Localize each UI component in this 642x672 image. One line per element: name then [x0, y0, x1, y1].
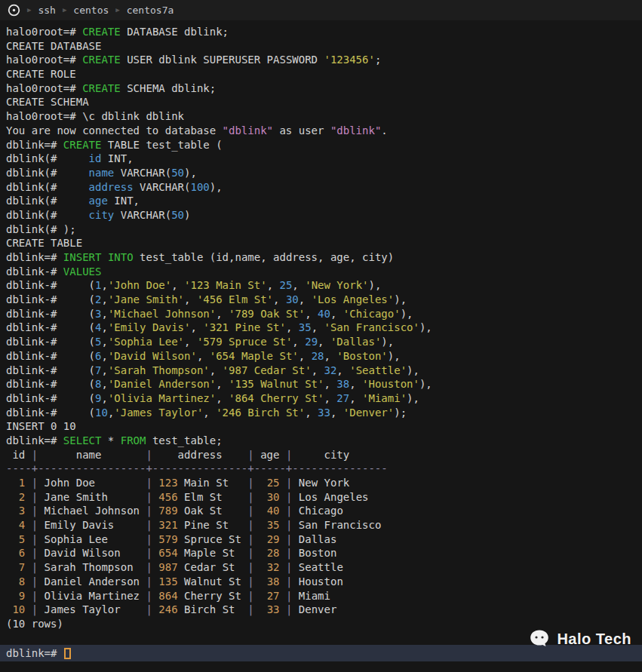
terminal-text-segment: 100: [190, 181, 209, 193]
terminal-text-segment: ,: [171, 279, 184, 291]
terminal-text-segment: |: [32, 505, 38, 517]
terminal-text-segment: |: [32, 590, 38, 602]
terminal-text-segment: '579 Spruce St': [197, 336, 292, 348]
terminal-text-segment: SCHEMA dblink;: [121, 82, 216, 94]
terminal-text-segment: id: [6, 449, 32, 461]
terminal-text-segment: dblink-# (: [6, 407, 95, 419]
terminal-text-segment: 33: [318, 407, 330, 419]
terminal-text-segment: 246: [158, 603, 177, 615]
terminal-text-segment: (10 rows): [6, 618, 63, 630]
terminal-line: halo0root=# CREATE SCHEMA dblink;: [6, 81, 642, 96]
terminal-line: CREATE ROLE: [6, 67, 642, 81]
session-breadcrumb-centos[interactable]: centos: [73, 5, 109, 16]
terminal-line: id | name | address | age | city: [6, 448, 642, 462]
terminal-text-segment: Houston: [292, 575, 343, 588]
terminal-text-segment: INT,: [108, 195, 140, 207]
terminal-text-segment: dblink=#: [6, 251, 63, 263]
terminal-text-segment: dblink=#: [6, 139, 63, 151]
terminal-text-segment: CREATE SCHEMA: [6, 96, 89, 108]
terminal-text-segment: |: [247, 561, 253, 573]
terminal-text-segment: |: [146, 519, 152, 531]
terminal-text-segment: .: [381, 124, 387, 137]
terminal-text-segment: 'Michael Johnson': [108, 308, 216, 320]
terminal-text-segment: 'Olivia Martinez': [108, 392, 216, 404]
terminal-text-segment: 38: [336, 378, 349, 390]
terminal-text-segment: CREATE DATABASE: [6, 40, 101, 52]
terminal-text-segment: 'Sarah Thompson': [108, 364, 210, 376]
terminal-text-segment: ,: [101, 378, 107, 390]
terminal-line: dblink(# id INT,: [6, 152, 642, 166]
terminal-text-segment: ,: [184, 293, 197, 305]
terminal-text-segment: INTO: [108, 251, 134, 263]
terminal-text-segment: Spruce St: [178, 533, 248, 545]
terminal-text-segment: CREATE ROLE: [6, 68, 76, 80]
terminal-text-segment: 33: [254, 603, 286, 615]
terminal-text-segment: 3: [6, 505, 32, 517]
terminal-text-segment: 27: [336, 392, 349, 404]
terminal-text-segment: address: [89, 181, 134, 193]
terminal-text-segment: ),: [407, 364, 419, 376]
terminal-text-segment: |: [32, 575, 38, 588]
terminal-text-segment: Seattle: [292, 561, 343, 573]
terminal-line: dblink(# address VARCHAR(100),: [6, 180, 642, 195]
terminal-line: halo0root=# \c dblink dblink: [6, 109, 642, 124]
halo-tech-logo-icon: [528, 628, 551, 650]
terminal-text-segment: VARCHAR(: [114, 209, 171, 221]
terminal-text-segment: ),: [394, 293, 407, 305]
terminal-text-segment: ,: [324, 378, 336, 390]
terminal-text-segment: SELECT: [63, 434, 102, 446]
terminal-text-segment: ,: [101, 364, 107, 376]
session-breadcrumb-ssh[interactable]: ssh: [38, 5, 55, 16]
terminal-text-segment: 25: [254, 477, 286, 489]
terminal-text-segment: '987 Cedar St': [223, 364, 312, 376]
terminal-text-segment: ),: [184, 167, 197, 179]
terminal-text-segment: );: [394, 407, 407, 419]
terminal-text-segment: ,: [273, 293, 286, 305]
terminal-line: 9 | Olivia Martinez | 864 Cherry St | 27…: [6, 589, 642, 603]
terminal-text-segment: 5: [6, 533, 32, 545]
terminal-text-segment: ,: [101, 321, 107, 333]
terminal-text-segment: CREATE: [63, 139, 102, 151]
terminal-text-segment: dblink-# (: [6, 364, 95, 376]
terminal-text-segment: |: [146, 533, 152, 545]
terminal-text-segment: ,: [305, 308, 318, 320]
terminal-text-segment: dblink-# (: [6, 321, 95, 333]
terminal-text-segment: as user: [273, 124, 330, 137]
terminal-text-segment: |: [146, 491, 152, 503]
terminal-text-segment: 'Sophia Lee': [108, 336, 184, 348]
terminal-line: dblink-# (3,'Michael Johnson', '789 Oak …: [6, 307, 642, 321]
terminal-text-segment: |: [32, 519, 38, 531]
terminal-text-segment: [101, 251, 107, 263]
terminal-text-segment: Main St: [178, 477, 248, 489]
terminal-text-segment: 'Chicago': [343, 308, 401, 320]
terminal-text-segment: |: [146, 561, 152, 573]
terminal-text-segment: ,: [349, 378, 362, 390]
terminal-text-segment: INSERT 0 10: [6, 420, 76, 432]
terminal-line: dblink-# (10,'James Taylor', '246 Birch …: [6, 406, 642, 420]
terminal-text-segment: '135 Walnut St': [229, 378, 324, 390]
terminal-text-segment: 'James Taylor': [114, 407, 203, 419]
terminal-line: dblink-# (6,'David Wilson', '654 Maple S…: [6, 349, 642, 364]
terminal-text-segment: "dblink": [223, 124, 273, 137]
terminal-text-segment: ,: [349, 392, 362, 404]
terminal-text-segment: ,: [216, 308, 229, 320]
terminal-line: dblink(# name VARCHAR(50),: [6, 166, 642, 180]
chevron-right-icon: ▶: [63, 0, 66, 20]
terminal-text-segment: test_table;: [146, 434, 222, 446]
watermark-label: Halo Tech: [557, 631, 631, 648]
terminal-text-segment: *: [101, 434, 120, 446]
terminal-text-segment: ,: [324, 350, 337, 362]
terminal-output[interactable]: halo0root=# CREATE DATABASE dblink;CREAT…: [0, 20, 642, 631]
terminal-text-segment: 'Denver': [343, 407, 394, 419]
terminal-text-segment: |: [146, 590, 152, 602]
terminal-text-segment: Walnut St: [178, 575, 248, 588]
terminal-text-segment: ,: [267, 279, 280, 291]
terminal-text-segment: Sarah Thompson: [38, 561, 146, 573]
terminal-text-segment: |: [32, 561, 38, 573]
terminal-text-segment: |: [247, 491, 253, 503]
terminal-text-segment: VALUES: [63, 265, 102, 278]
chevron-right-icon: ▶: [27, 0, 31, 20]
terminal-text-segment: ),: [388, 350, 401, 362]
terminal-text-segment: CREATE: [82, 26, 121, 38]
session-breadcrumb-centos7a[interactable]: centos7a: [127, 5, 174, 16]
